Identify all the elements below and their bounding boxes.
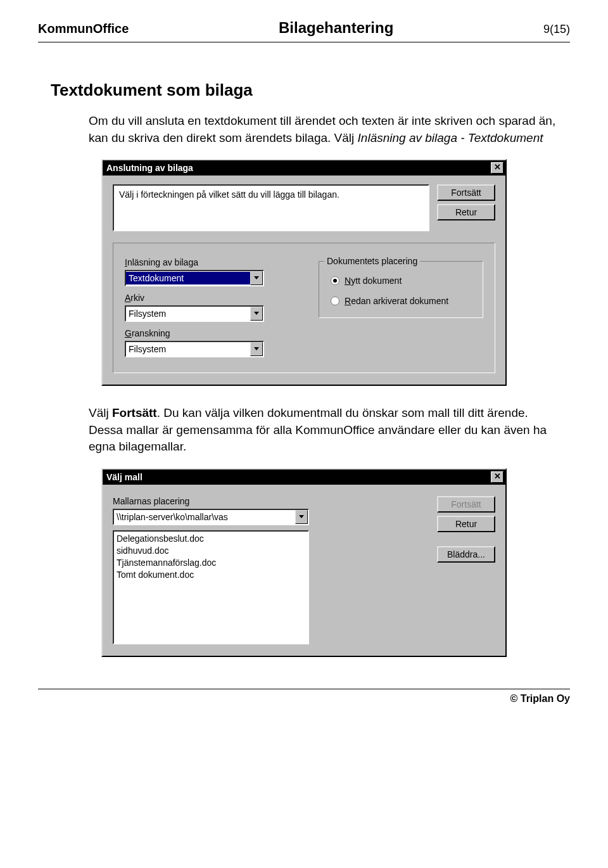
dialog-valj-mall: Välj mall ✕ Mallarnas placering \\tripla…: [101, 468, 507, 657]
titlebar-text: Anslutning av bilaga: [106, 163, 193, 173]
arkiv-label: Arkiv: [125, 293, 302, 303]
close-icon[interactable]: ✕: [491, 471, 504, 483]
titlebar: Välj mall ✕: [103, 469, 505, 485]
list-item[interactable]: Tjänstemannaförslag.doc: [117, 557, 305, 569]
dialog-anslutning-av-bilaga: Anslutning av bilaga ✕ Välj i förtecknin…: [101, 159, 507, 386]
chevron-down-icon[interactable]: [295, 510, 308, 524]
svg-marker-3: [299, 515, 304, 518]
mall-listbox[interactable]: Delegationsbeslut.doc sidhuvud.doc Tjäns…: [113, 530, 309, 644]
chevron-down-icon[interactable]: [250, 342, 263, 356]
continue-button[interactable]: Fortsätt: [437, 184, 495, 201]
header-product: KommunOffice: [38, 22, 129, 36]
titlebar: Anslutning av bilaga ✕: [103, 160, 505, 176]
header-title: Bilagehantering: [279, 19, 393, 37]
inlasning-value: Textdokument: [126, 272, 250, 284]
titlebar-text: Välj mall: [106, 472, 142, 482]
header-page: 9(15): [543, 23, 570, 36]
continue-button[interactable]: Fortsätt: [437, 496, 495, 513]
page-header: KommunOffice Bilagehantering 9(15): [38, 19, 570, 42]
mid-part2: . Du kan välja vilken dokumentmall du ön…: [89, 406, 547, 453]
list-item[interactable]: sidhuvud.doc: [117, 545, 305, 557]
mall-placering-label: Mallarnas placering: [113, 496, 427, 506]
chevron-down-icon[interactable]: [250, 307, 263, 321]
return-button[interactable]: Retur: [437, 204, 495, 220]
section-title: Textdokument som bilaga: [51, 80, 570, 100]
arkiv-value: Filsystem: [126, 307, 250, 320]
granskning-label: Granskning: [125, 328, 302, 338]
footer: © Triplan Oy: [38, 689, 570, 705]
radio-icon: [331, 297, 339, 305]
svg-marker-0: [254, 276, 259, 279]
mid-part1: Välj: [89, 406, 112, 419]
arkiv-combobox[interactable]: Filsystem: [125, 305, 264, 322]
radio-redan-arkiverat[interactable]: Redan arkiverat dokument: [331, 296, 474, 306]
placement-groupbox: Dokumentets placering Nytt dokument Reda…: [319, 261, 483, 318]
mall-path-combobox[interactable]: \\triplan-server\ko\mallar\vas: [113, 509, 309, 525]
mall-path-value: \\triplan-server\ko\mallar\vas: [114, 511, 295, 523]
intro-paragraph: Om du vill ansluta en textdokument till …: [89, 113, 557, 146]
radio-nytt-dokument[interactable]: Nytt dokument: [331, 276, 474, 286]
mid-paragraph: Välj Fortsätt. Du kan välja vilken dokum…: [89, 405, 557, 456]
footer-text: © Triplan Oy: [510, 693, 570, 704]
close-icon[interactable]: ✕: [491, 162, 504, 174]
granskning-value: Filsystem: [126, 343, 250, 355]
list-item[interactable]: Delegationsbeslut.doc: [117, 533, 305, 545]
inlasning-label: Inläsning av bilaga: [125, 257, 302, 267]
svg-marker-1: [254, 312, 259, 315]
instruction-text: Välj i förteckningen på vilket sätt du v…: [113, 184, 429, 231]
groupbox-title: Dokumentets placering: [324, 256, 420, 266]
chevron-down-icon[interactable]: [250, 271, 263, 285]
granskning-combobox[interactable]: Filsystem: [125, 341, 264, 357]
svg-marker-2: [254, 347, 259, 350]
browse-button[interactable]: Bläddra...: [437, 546, 495, 563]
intro-italic: Inläsning av bilaga - Textdokument: [358, 131, 543, 144]
radio-icon: [331, 276, 339, 285]
mid-bold: Fortsätt: [112, 406, 157, 419]
inlasning-combobox[interactable]: Textdokument: [125, 270, 264, 286]
return-button[interactable]: Retur: [437, 516, 495, 532]
form-area: Inläsning av bilaga Textdokument Arkiv F…: [113, 243, 495, 373]
list-item[interactable]: Tomt dokument.doc: [117, 569, 305, 581]
